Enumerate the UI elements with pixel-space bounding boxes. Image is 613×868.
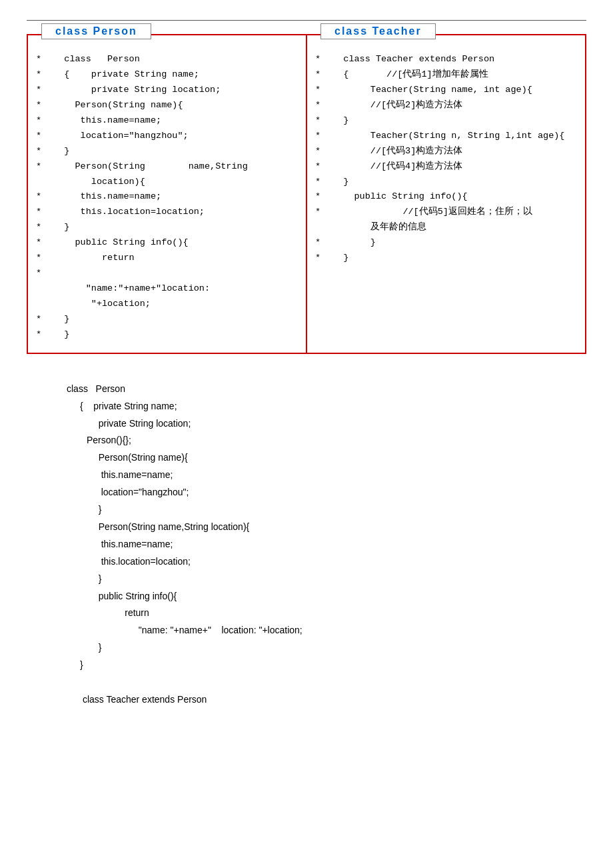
answer-line: this.location=location;	[67, 553, 586, 571]
top-divider	[27, 20, 586, 21]
answer-line: Person(String name){	[67, 449, 586, 467]
code-line: * public String info(){	[36, 235, 298, 251]
answer-line: "name: "+name+" location: "+location;	[67, 622, 586, 639]
code-text: class Person	[48, 52, 298, 67]
code-text: { //[代码1]增加年龄属性	[327, 67, 577, 83]
code-line: * this.location=location;	[36, 205, 298, 220]
code-line: * Teacher(String name, int age){	[315, 83, 577, 98]
comparison-section: class Person * class Person * { private …	[27, 34, 586, 354]
code-line: * //[代码5]返回姓名；住所；以 及年龄的信息	[315, 205, 577, 235]
code-text: Teacher(String name, int age){	[327, 83, 577, 98]
star: *	[315, 113, 327, 129]
star	[36, 281, 48, 297]
panel-person: class Person * class Person * { private …	[27, 34, 306, 354]
code-line: * }	[315, 175, 577, 190]
star: *	[36, 159, 48, 175]
answer-line: location="hangzhou";	[67, 484, 586, 501]
code-text: class Teacher extends Person	[327, 52, 577, 67]
panel-teacher-body: * class Teacher extends Person * { //[代码…	[307, 35, 585, 276]
star: *	[36, 251, 48, 266]
star: *	[315, 83, 327, 98]
panel-person-body: * class Person * { private String name; …	[28, 35, 306, 353]
code-text: private String location;	[48, 83, 298, 98]
star: *	[315, 52, 327, 67]
star: *	[315, 205, 327, 220]
star: *	[315, 251, 327, 266]
code-line: * { private String name;	[36, 67, 298, 83]
answer-line: private String location;	[67, 415, 586, 433]
code-text: { private String name;	[48, 67, 298, 83]
star: *	[315, 67, 327, 83]
star: *	[315, 144, 327, 159]
star: *	[36, 113, 48, 129]
star: *	[36, 98, 48, 113]
code-text: //[代码4]构造方法体	[327, 159, 577, 175]
code-line: * //[代码4]构造方法体	[315, 159, 577, 175]
code-line: * { //[代码1]增加年龄属性	[315, 67, 577, 83]
code-line: * }	[36, 327, 298, 343]
star: *	[315, 159, 327, 175]
code-line: * }	[36, 220, 298, 235]
code-line: * private String location;	[36, 83, 298, 98]
code-line: * Teacher(String n, String l,int age){	[315, 129, 577, 144]
code-text: Person(String name){	[48, 98, 298, 113]
star: *	[36, 67, 48, 83]
code-text: "name:"+name+"location: "+location;	[48, 281, 298, 312]
code-text: //[代码2]构造方法体	[327, 98, 577, 113]
code-line: * }	[315, 251, 577, 266]
code-text: Teacher(String n, String l,int age){	[327, 129, 577, 144]
answer-line: }	[67, 639, 586, 657]
star: *	[36, 205, 48, 220]
code-text: this.name=name;	[48, 189, 298, 205]
code-line: * class Teacher extends Person	[315, 52, 577, 67]
star: *	[36, 312, 48, 327]
code-line: * }	[315, 113, 577, 129]
answer-line: }	[67, 571, 586, 588]
answer-section: class Person { private String name; priv…	[27, 381, 586, 709]
star: *	[36, 129, 48, 144]
panel-teacher-header: class Teacher	[320, 23, 436, 39]
panel-teacher: class Teacher * class Teacher extends Pe…	[306, 34, 586, 354]
code-text: public String info(){	[48, 235, 298, 251]
code-line: * return	[36, 251, 298, 266]
code-line: * location="hangzhou";	[36, 129, 298, 144]
code-text: }	[48, 327, 298, 343]
code-line: *	[36, 266, 298, 281]
star: *	[36, 144, 48, 159]
answer-line: { private String name;	[67, 398, 586, 415]
answer-line: Person(){};	[67, 432, 586, 449]
star: *	[36, 189, 48, 205]
star: *	[315, 189, 327, 205]
panel-person-header: class Person	[41, 23, 151, 39]
answer-line: Person(String name,String location){	[67, 519, 586, 536]
code-text: this.location=location;	[48, 205, 298, 220]
code-line: * //[代码2]构造方法体	[315, 98, 577, 113]
code-text: Person(String name,String location){	[48, 159, 298, 190]
code-line: * Person(String name,String location){	[36, 159, 298, 190]
code-text: }	[48, 144, 298, 159]
code-line: * this.name=name;	[36, 189, 298, 205]
code-text: return	[48, 251, 298, 266]
code-line: * this.name=name;	[36, 113, 298, 129]
code-text: }	[48, 220, 298, 235]
star: *	[36, 327, 48, 343]
code-line: * public String info(){	[315, 189, 577, 205]
code-text: }	[327, 113, 577, 129]
star: *	[36, 83, 48, 98]
code-line: * }	[36, 312, 298, 327]
answer-line: }	[67, 501, 586, 519]
code-line: * }	[36, 144, 298, 159]
answer-line: class Person	[67, 381, 586, 398]
star: *	[315, 98, 327, 113]
code-text: }	[48, 312, 298, 327]
code-text: //[代码3]构造方法体	[327, 144, 577, 159]
answer-line	[67, 674, 586, 691]
answer-line: }	[67, 657, 586, 674]
code-text: this.name=name;	[48, 113, 298, 129]
star: *	[36, 266, 48, 281]
answer-line-teacher: class Teacher extends Person	[67, 691, 586, 709]
code-text: }	[327, 235, 577, 251]
code-text: }	[327, 175, 577, 190]
answer-line: public String info(){	[67, 588, 586, 605]
answer-line: this.name=name;	[67, 467, 586, 484]
